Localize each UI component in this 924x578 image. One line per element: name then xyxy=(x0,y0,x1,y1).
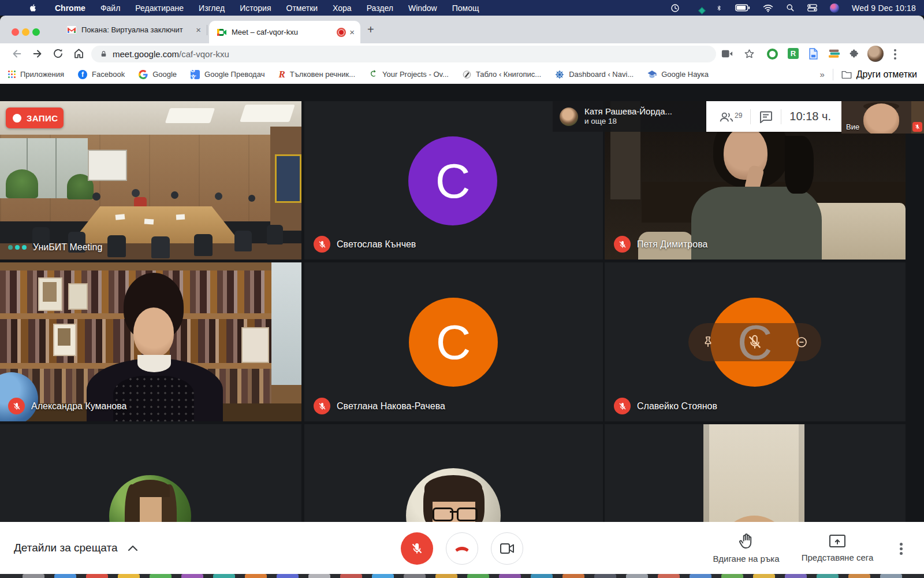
lock-icon[interactable] xyxy=(100,50,107,58)
menu-bookmarks[interactable]: Отметки xyxy=(286,3,318,13)
letter-avatar: C xyxy=(408,136,497,225)
hang-up-button[interactable] xyxy=(446,532,478,565)
menu-people[interactable]: Хора xyxy=(333,3,352,13)
bluetooth-icon[interactable] xyxy=(716,3,722,13)
extension-r-icon[interactable]: R xyxy=(788,48,799,59)
participant-label: Петя Димитрова xyxy=(614,236,707,253)
video-tile-aleksandra[interactable]: Александра Куманова xyxy=(0,262,301,421)
bookmark-your-projects[interactable]: Your Projects - Ov... xyxy=(369,70,449,79)
self-label: Вие xyxy=(846,123,859,131)
user-switch-icon[interactable] xyxy=(830,3,839,13)
bookmark-apps[interactable]: Приложения xyxy=(8,70,64,79)
extensions-puzzle-icon[interactable] xyxy=(849,48,860,60)
bookmarks-overflow-chevron[interactable]: » xyxy=(819,69,824,79)
bookmark-dashboard[interactable]: Dashboard ‹ Navi... xyxy=(555,70,634,79)
extension-ring-icon[interactable] xyxy=(767,49,778,60)
bookmark-google-scholar[interactable]: Google Наука xyxy=(647,70,709,79)
pin-participant-icon[interactable] xyxy=(701,335,715,349)
bookmark-google-translate[interactable]: G文Google Преводач xyxy=(191,70,264,79)
speaker-avatar xyxy=(560,108,578,126)
menu-tab[interactable]: Раздел xyxy=(367,3,393,13)
tab-gmail-invite[interactable]: Покана: Виртуална заключит × xyxy=(59,16,207,43)
other-bookmarks-button[interactable]: Други отметки xyxy=(841,69,917,80)
url-host: meet.google.com xyxy=(113,49,179,59)
remove-participant-icon[interactable] xyxy=(795,335,808,349)
extension-books-icon[interactable] xyxy=(828,48,841,60)
meet-control-bar: Детайли за срещата Вдигане на ръка Предс… xyxy=(0,522,924,574)
bookmark-dictionary[interactable]: RТълковен речник... xyxy=(278,70,355,79)
time-machine-icon[interactable] xyxy=(670,3,680,13)
macos-dock-edge xyxy=(0,574,924,578)
tab-title: Покана: Виртуална заключит xyxy=(81,25,192,34)
bookmarks-bar: Приложения fFacebook Google G文Google Пре… xyxy=(0,65,924,84)
extension-doc-icon[interactable] xyxy=(808,48,818,60)
home-button[interactable] xyxy=(73,47,85,60)
bookmark-google[interactable]: Google xyxy=(139,70,177,79)
profile-avatar[interactable] xyxy=(867,46,884,62)
menu-window[interactable]: Window xyxy=(408,3,437,13)
present-now-button[interactable]: Представяне сега xyxy=(788,522,886,574)
more-options-icon[interactable] xyxy=(900,543,903,546)
control-center-icon[interactable] xyxy=(807,3,817,12)
reload-button[interactable] xyxy=(52,47,64,60)
spotlight-icon[interactable] xyxy=(786,3,795,12)
menu-help[interactable]: Помощ xyxy=(452,3,479,13)
speaking-indicator-icon xyxy=(8,245,27,250)
speaker-name: Катя Рашева-Йорда... xyxy=(584,106,672,117)
chrome-menu-icon[interactable] xyxy=(894,49,896,51)
chrome-window: Покана: Виртуална заключит × Meet – caf-… xyxy=(0,16,924,578)
meet-stage: УниБИТ Meeting C Светослав Кънчев xyxy=(0,84,924,578)
macos-menu-bar: Chrome Файл Редактиране Изглед История О… xyxy=(0,0,924,16)
tab-separator xyxy=(207,25,207,35)
facebook-icon: f xyxy=(78,70,87,79)
window-minimize-button[interactable] xyxy=(22,28,29,36)
recording-badge: ЗАПИС xyxy=(6,108,64,128)
chat-button[interactable] xyxy=(759,110,773,123)
present-icon xyxy=(829,534,846,549)
window-zoom-button[interactable] xyxy=(32,28,40,36)
meet-icon xyxy=(217,28,226,36)
apple-icon[interactable] xyxy=(29,3,38,13)
recording-dot-icon xyxy=(13,114,21,123)
browser-toolbar: meet.google.com /caf-vqor-kxu R xyxy=(0,43,924,65)
menu-view[interactable]: Изглед xyxy=(199,3,225,13)
tab-meet-active[interactable]: Meet – caf-vqor-kxu × xyxy=(209,21,360,43)
participant-label: Светлана Накова-Рачева xyxy=(314,398,445,414)
bookmark-star-icon[interactable] xyxy=(743,48,755,60)
tab-close-icon[interactable]: × xyxy=(196,25,201,34)
meeting-details-button[interactable]: Детайли за срещата xyxy=(14,522,138,574)
active-speaker-banner: Катя Рашева-Йорда... и още 18 xyxy=(553,101,706,132)
menu-chrome[interactable]: Chrome xyxy=(55,3,85,13)
window-close-button[interactable] xyxy=(12,28,19,36)
mute-participant-icon[interactable] xyxy=(746,334,763,351)
mic-toggle-button[interactable] xyxy=(401,532,433,565)
forward-button[interactable] xyxy=(31,47,44,60)
tile-hover-controls xyxy=(688,323,821,361)
tab-title: Meet – caf-vqor-kxu xyxy=(232,28,334,36)
video-tile-slaveyko[interactable]: C Славейко Стоянов xyxy=(605,262,906,421)
header-divider xyxy=(781,109,781,124)
bookmark-tablo[interactable]: Табло ‹ Книгопис... xyxy=(463,70,541,79)
menu-bar-clock[interactable]: Wed 9 Dec 10:18 xyxy=(852,3,916,13)
bookmark-facebook[interactable]: fFacebook xyxy=(78,70,125,79)
green-loop-icon xyxy=(369,70,378,79)
video-tile-svetlana[interactable]: C Светлана Накова-Рачева xyxy=(304,262,603,421)
battery-icon[interactable] xyxy=(735,4,750,12)
menu-history[interactable]: История xyxy=(240,3,271,13)
tab-camera-icon[interactable] xyxy=(721,48,733,60)
address-bar[interactable]: meet.google.com /caf-vqor-kxu xyxy=(91,46,716,62)
tab-close-icon[interactable]: × xyxy=(349,28,355,36)
input-language-flag-icon[interactable] xyxy=(692,5,703,12)
menu-edit[interactable]: Редактиране xyxy=(135,3,184,13)
menu-file[interactable]: Файл xyxy=(100,3,120,13)
camera-toggle-button[interactable] xyxy=(491,532,523,565)
new-tab-button[interactable]: + xyxy=(367,24,374,35)
self-video-frame xyxy=(863,103,899,134)
participants-button[interactable]: 29 xyxy=(719,110,742,123)
wifi-icon[interactable] xyxy=(763,4,773,12)
red-r-icon: R xyxy=(278,71,285,79)
gmail-icon xyxy=(67,26,76,34)
raise-hand-button[interactable]: Вдигане на ръка xyxy=(700,522,792,574)
back-button[interactable] xyxy=(10,47,23,60)
self-view-tile[interactable]: Вие xyxy=(841,101,924,134)
